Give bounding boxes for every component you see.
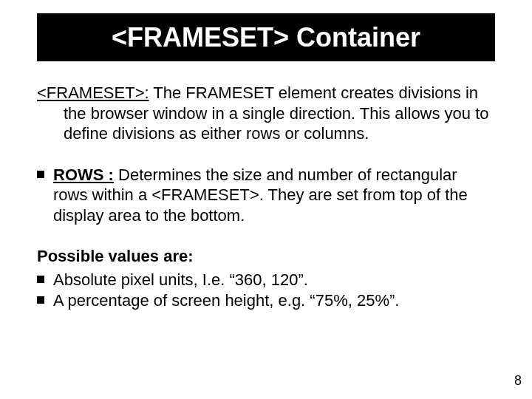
bullet-square-icon <box>37 171 44 178</box>
slide: <FRAMESET> Container <FRAMESET>: The FRA… <box>0 0 532 399</box>
page-number: 8 <box>514 373 522 389</box>
possible-values-head: Possible values are: <box>37 246 495 267</box>
possible-values: Possible values are: Absolute pixel unit… <box>37 246 495 312</box>
slide-title: <FRAMESET> Container <box>112 22 420 53</box>
list-item-text: A percentage of screen height, e.g. “75%… <box>53 290 399 312</box>
paragraph-frameset: <FRAMESET>: The FRAMESET element creates… <box>37 83 495 144</box>
rows-text: Determines the size and number of rectan… <box>53 166 468 225</box>
list-item: A percentage of screen height, e.g. “75%… <box>37 290 495 312</box>
list-item: Absolute pixel units, I.e. “360, 120”. <box>37 270 495 291</box>
bullet-square-icon <box>37 296 44 304</box>
title-bar: <FRAMESET> Container <box>37 13 495 61</box>
slide-body: <FRAMESET>: The FRAMESET element creates… <box>37 83 495 332</box>
rows-lead: ROWS : <box>53 166 114 184</box>
paragraph-rows: ROWS : Determines the size and number of… <box>37 165 495 226</box>
frameset-lead: <FRAMESET>: <box>37 83 149 102</box>
list-item-text: Absolute pixel units, I.e. “360, 120”. <box>53 270 308 291</box>
bullet-square-icon <box>37 276 44 283</box>
